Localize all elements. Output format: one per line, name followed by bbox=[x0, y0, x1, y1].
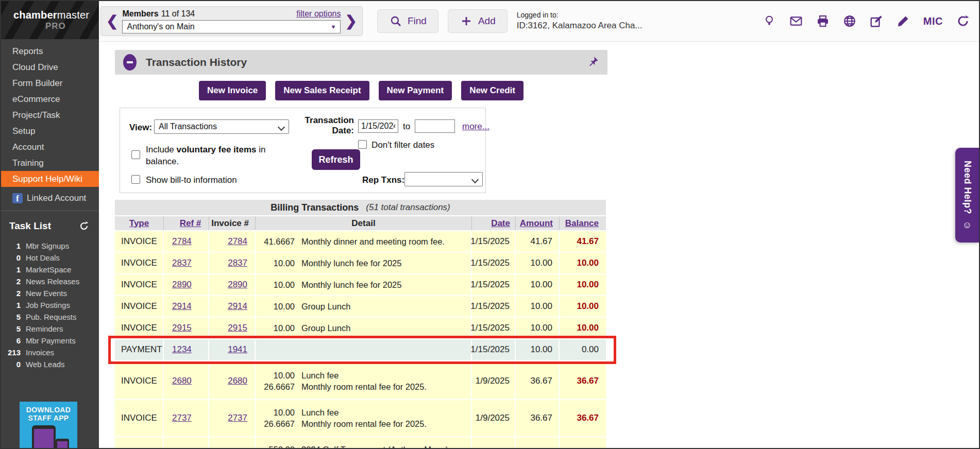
globe-icon[interactable] bbox=[843, 14, 856, 28]
show-billto-checkbox[interactable] bbox=[131, 175, 140, 184]
column-header-type[interactable]: Type bbox=[129, 218, 149, 229]
rep-txns-select[interactable] bbox=[404, 172, 483, 186]
more-link[interactable]: more... bbox=[462, 122, 489, 132]
task-item-news-releases[interactable]: 2News Releases bbox=[1, 275, 99, 287]
task-item-invoices[interactable]: 213Invoices bbox=[1, 347, 99, 358]
task-item-web-leads[interactable]: 0Web Leads bbox=[1, 358, 99, 370]
envelope-icon[interactable] bbox=[789, 14, 803, 28]
cell-amount: 10.00 bbox=[516, 296, 560, 317]
invoice-link[interactable]: 2890 bbox=[228, 280, 247, 290]
table-row-invoice-2737: INVOICE2737273710.00Lunch fee26.6667Mont… bbox=[115, 400, 606, 436]
date-to-input[interactable] bbox=[415, 119, 455, 133]
detail-amount: 10.00 bbox=[256, 408, 295, 418]
task-item-mbr-payments[interactable]: 6Mbr Payments bbox=[1, 335, 99, 347]
previous-member-chevron-icon[interactable]: ❮ bbox=[105, 14, 119, 28]
task-label: Reminders bbox=[26, 324, 63, 333]
reload-icon[interactable] bbox=[956, 14, 970, 28]
cell-invoice: 2890 bbox=[209, 274, 256, 295]
add-button[interactable]: Add bbox=[448, 9, 508, 33]
task-refresh-icon[interactable] bbox=[77, 219, 91, 233]
detail-line: 10.00Group Lunch bbox=[256, 302, 471, 312]
column-header-balance[interactable]: Balance bbox=[565, 218, 599, 229]
cell-balance: 10.00 bbox=[560, 274, 606, 295]
include-voluntary-checkbox[interactable] bbox=[131, 150, 140, 159]
ref-link[interactable]: 2890 bbox=[172, 280, 192, 290]
date-from-input[interactable] bbox=[358, 119, 398, 133]
invoice-link[interactable]: 2915 bbox=[228, 323, 247, 333]
task-item-mbr-signups[interactable]: 1Mbr Signups bbox=[1, 240, 99, 252]
task-count: 5 bbox=[1, 313, 21, 321]
sidebar-item-setup[interactable]: Setup bbox=[1, 123, 99, 139]
cell-amount: 10.00 bbox=[516, 339, 560, 360]
invoice-link[interactable]: 2914 bbox=[228, 301, 247, 312]
task-list: Task List 1Mbr Signups0Hot Deals1MarketS… bbox=[1, 219, 99, 370]
ref-link[interactable]: 2914 bbox=[172, 301, 192, 312]
invoice-link[interactable]: 2837 bbox=[228, 258, 247, 268]
detail-line: 10.00Monthly lunch fee for 2025 bbox=[256, 280, 471, 290]
detail-description: Group Lunch bbox=[301, 302, 350, 312]
detail-line: 26.6667Monthly room rental fee for 2025. bbox=[256, 382, 471, 392]
collapse-icon[interactable] bbox=[123, 54, 137, 71]
ref-link[interactable]: 1234 bbox=[172, 344, 192, 355]
task-item-new-events[interactable]: 2New Events bbox=[1, 287, 99, 299]
member-select[interactable]: Anthony's on Main ▼ bbox=[122, 20, 341, 33]
refresh-button[interactable]: Refresh bbox=[312, 149, 360, 170]
ref-link[interactable]: 2680 bbox=[172, 376, 192, 386]
sidebar-item-linked-account[interactable]: f Linked Account bbox=[12, 193, 99, 203]
dropdown-caret-icon: ▼ bbox=[331, 24, 336, 30]
sidebar-item-reports[interactable]: Reports bbox=[1, 43, 99, 59]
header-cell-invoice: Invoice # bbox=[209, 216, 256, 230]
column-header-ref[interactable]: Ref # bbox=[180, 218, 201, 229]
mic-label[interactable]: MIC bbox=[923, 15, 943, 27]
invoice-link[interactable]: 1941 bbox=[228, 344, 247, 355]
need-help-tab[interactable]: Need Help? ☺ bbox=[955, 148, 979, 243]
invoice-link[interactable]: 2737 bbox=[228, 413, 247, 423]
table-row-invoice-2784: INVOICE2784278441.6667Monthly dinner and… bbox=[115, 231, 606, 252]
task-item-reminders[interactable]: 5Reminders bbox=[1, 323, 99, 335]
sidebar-item-cloud-drive[interactable]: Cloud Drive bbox=[1, 59, 99, 75]
view-select[interactable]: All Transactions bbox=[154, 119, 289, 134]
column-header-amount[interactable]: Amount bbox=[520, 218, 553, 229]
detail-line: 10.00Lunch fee bbox=[256, 371, 471, 381]
sidebar-item-account[interactable]: Account bbox=[1, 139, 99, 155]
ref-link[interactable]: 2784 bbox=[172, 236, 192, 247]
download-staff-app-banner[interactable]: DOWNLOAD STAFF APP bbox=[20, 402, 77, 448]
topbar: ❮ Members 11 of 134 filter options Antho… bbox=[99, 1, 980, 42]
find-button[interactable]: Find bbox=[377, 9, 438, 33]
ref-link[interactable]: 2837 bbox=[172, 258, 192, 268]
sidebar-item-form-builder[interactable]: Form Builder bbox=[1, 75, 99, 91]
search-icon bbox=[389, 14, 402, 28]
invoice-link[interactable]: 2680 bbox=[228, 376, 247, 386]
member-navigator: ❮ Members 11 of 134 filter options Antho… bbox=[100, 6, 363, 36]
new-credit-button[interactable]: New Credit bbox=[461, 81, 523, 100]
new-sales-receipt-button[interactable]: New Sales Receipt bbox=[275, 81, 369, 100]
invoice-link[interactable]: 2784 bbox=[228, 236, 247, 247]
cell-amount: 10.00 bbox=[516, 253, 560, 273]
main-content: Transaction History New InvoiceNew Sales… bbox=[99, 42, 980, 449]
task-item-pub-requests[interactable]: 5Pub. Requests bbox=[1, 311, 99, 323]
next-member-chevron-icon[interactable]: ❯ bbox=[344, 14, 358, 28]
cell-invoice: 2737 bbox=[209, 400, 256, 436]
ref-link[interactable]: 2737 bbox=[172, 413, 192, 423]
printer-icon[interactable] bbox=[816, 14, 830, 28]
sidebar-item-support-help-wiki[interactable]: Support Help/Wiki bbox=[1, 171, 99, 187]
lightbulb-icon[interactable] bbox=[763, 14, 776, 28]
compose-icon[interactable] bbox=[870, 14, 883, 28]
column-header-date[interactable]: Date bbox=[491, 218, 510, 229]
sidebar-item-training[interactable]: Training bbox=[1, 155, 99, 171]
sidebar-item-ecommerce[interactable]: eCommerce bbox=[1, 91, 99, 107]
task-item-hot-deals[interactable]: 0Hot Deals bbox=[1, 252, 99, 264]
ref-link[interactable]: 2915 bbox=[172, 323, 192, 333]
task-count: 1 bbox=[1, 241, 21, 250]
view-select-value: All Transactions bbox=[159, 122, 217, 131]
new-invoice-button[interactable]: New Invoice bbox=[199, 81, 266, 100]
filter-options-link[interactable]: filter options bbox=[296, 9, 341, 19]
new-payment-button[interactable]: New Payment bbox=[379, 81, 452, 100]
dont-filter-dates-checkbox[interactable] bbox=[358, 140, 367, 149]
task-item-marketspace[interactable]: 1MarketSpace bbox=[1, 264, 99, 275]
sidebar-item-project-task[interactable]: Project/Task bbox=[1, 107, 99, 123]
pencil-icon[interactable] bbox=[897, 14, 910, 28]
task-count: 6 bbox=[1, 336, 21, 345]
pin-icon[interactable] bbox=[588, 56, 599, 69]
task-item-job-postings[interactable]: 1Job Postings bbox=[1, 299, 99, 311]
